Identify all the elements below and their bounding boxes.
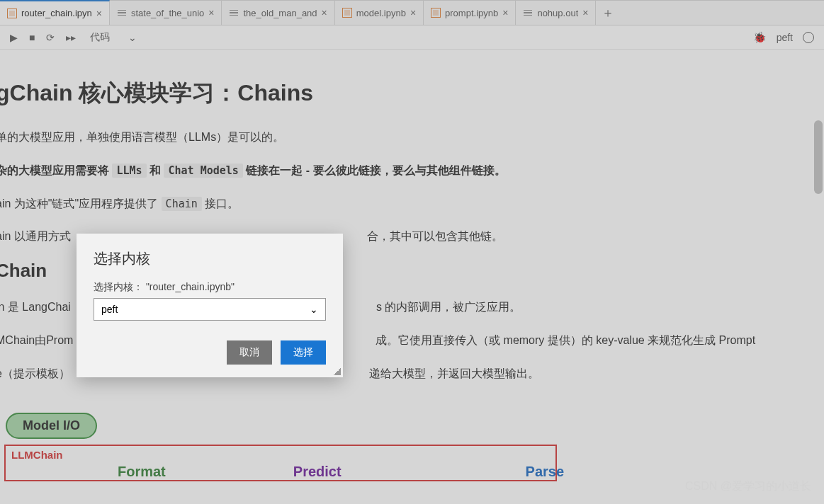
kernel-selected-value: peft [101, 304, 118, 315]
select-button[interactable]: 选择 [281, 340, 326, 365]
select-kernel-dialog: 选择内核 选择内核： "router_chain.ipynb" peft ⌄ 取… [77, 234, 343, 377]
resize-grip-icon[interactable] [334, 368, 341, 375]
dialog-label: 选择内核： "router_chain.ipynb" [94, 281, 326, 294]
kernel-select[interactable]: peft ⌄ [94, 298, 326, 321]
dialog-title: 选择内核 [94, 249, 326, 268]
cancel-button[interactable]: 取消 [227, 340, 272, 365]
chevron-down-icon: ⌄ [310, 304, 318, 315]
